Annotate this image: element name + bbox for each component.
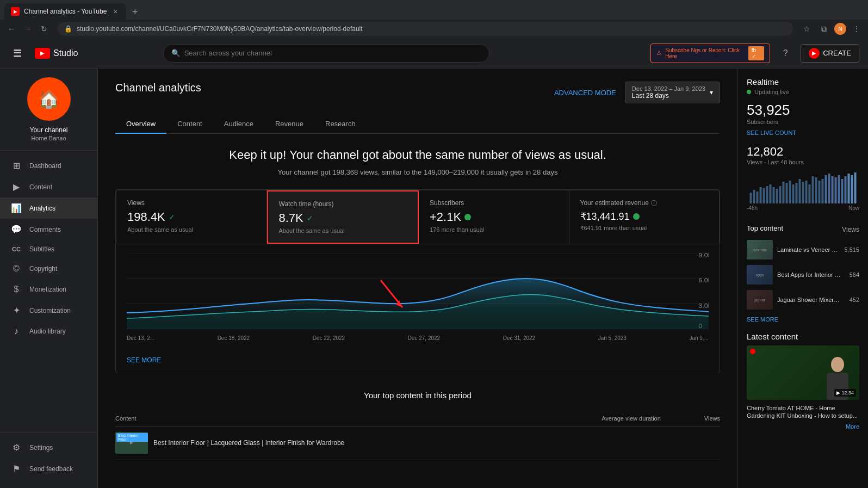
forward-button[interactable]: → (21, 22, 35, 36)
metric-views[interactable]: Views 198.4K ✓ About the same as usual (116, 190, 267, 244)
latest-video-thumb[interactable]: ▶ 12:34 (747, 345, 859, 400)
table-header: Content Average view duration Views (115, 411, 720, 427)
nav-content[interactable]: ▶ Content (0, 176, 97, 197)
right-panel: Realtime Updating live 53,925 Subscriber… (737, 69, 868, 488)
table-row[interactable]: ▶ Best Interior Floor Best Interior Floo… (115, 427, 720, 460)
hamburger-menu[interactable]: ☰ (9, 45, 26, 62)
bookmark-icon[interactable]: ☆ (799, 22, 814, 36)
info-icon: ⓘ (651, 199, 657, 207)
content-title-3: Jaguar Shower Mixers and ... (777, 296, 842, 304)
time-labels: -48h Now (747, 205, 859, 211)
content-item-3[interactable]: jaguar Jaguar Shower Mixers and ... 452 (747, 290, 859, 310)
more-icon[interactable]: ⋮ (850, 22, 864, 36)
table-content-title: Best Interior Floor | Lacquered Glass | … (153, 439, 720, 447)
metric-subs-indicator (464, 214, 471, 220)
tab-revenue[interactable]: Revenue (264, 114, 314, 133)
svg-rect-17 (763, 188, 765, 203)
nav-monetization[interactable]: $ Monetization (0, 279, 97, 300)
table-thumb: ▶ Best Interior Floor (115, 432, 148, 454)
studio-label: Studio (53, 48, 78, 58)
studio-logo[interactable]: Studio (35, 48, 78, 59)
nav-feedback[interactable]: ⚑ Send feedback (0, 458, 97, 479)
nav-copyright-label: Copyright (29, 265, 57, 273)
metric-revenue[interactable]: Your estimated revenue ⓘ ₹13,441.91 ₹641… (569, 190, 720, 244)
svg-rect-29 (802, 182, 804, 203)
see-more-top-content[interactable]: SEE MORE (747, 316, 778, 323)
svg-rect-26 (792, 184, 795, 203)
create-video-icon: ▶ (809, 48, 820, 59)
tab-bar: ▶ Channel analytics - YouTube ✕ + (0, 0, 868, 20)
search-bar[interactable]: 🔍 (163, 44, 489, 63)
address-bar[interactable]: 🔒 studio.youtube.com/channel/UCa0uvkCrF7… (58, 22, 793, 36)
nav-audio-label: Audio library (29, 328, 66, 335)
alert-banner[interactable]: ⚠ Subscribe Ngs or Report: Click Here fb… (650, 44, 770, 63)
create-button[interactable]: ▶ CREATE (801, 44, 859, 63)
metric-watch-time[interactable]: Watch time (hours) 8.7K ✓ About the same… (267, 190, 419, 244)
nav-settings-label: Settings (29, 444, 53, 452)
search-input[interactable] (184, 49, 481, 57)
date-range-selector[interactable]: Dec 13, 2022 – Jan 9, 2023 Last 28 days … (625, 82, 720, 103)
metric-watchtime-note: About the same as usual (279, 227, 407, 234)
nav-dashboard[interactable]: ⊞ Dashboard (0, 155, 97, 176)
metric-revenue-value: ₹13,441.91 (580, 211, 709, 223)
content-item-2[interactable]: apps Best Apps for Interior Desig... 564 (747, 265, 859, 285)
metric-watchtime-value: 8.7K ✓ (279, 211, 407, 225)
copyright-icon: © (11, 264, 22, 274)
nav-comments[interactable]: 💬 Comments (0, 219, 97, 240)
nav-bar: ← → ↻ 🔒 studio.youtube.com/channel/UCa0u… (0, 20, 868, 38)
back-button[interactable]: ← (4, 22, 18, 36)
profile-icon[interactable]: N (834, 23, 846, 35)
tab-content[interactable]: Content (166, 114, 213, 133)
nav-audio[interactable]: ♪ Audio library (0, 321, 97, 342)
channel-handle: Home Banao (31, 135, 66, 141)
metric-views-label: Views (127, 199, 256, 207)
tab-title: Channel analytics - YouTube (24, 8, 107, 15)
nav-settings[interactable]: ⚙ Settings (0, 437, 97, 458)
tab-overview[interactable]: Overview (115, 114, 166, 133)
nav-feedback-label: Send feedback (29, 465, 73, 473)
chart-area: 9.0K 6.0K 3.0K 0 (116, 244, 720, 331)
top-row: Channel analytics ADVANCED MODE Dec 13, … (115, 82, 720, 103)
advanced-mode-button[interactable]: ADVANCED MODE (554, 89, 616, 97)
svg-rect-22 (779, 186, 782, 203)
nav-monetization-label: Monetization (29, 286, 66, 293)
extensions-icon[interactable]: ⧉ (817, 22, 831, 36)
alert-text: Subscribe Ngs or Report: Click Here (665, 47, 745, 59)
nav-subtitles[interactable]: CC Subtitles (0, 240, 97, 258)
help-button[interactable]: ? (777, 45, 794, 62)
content-thumb-2: apps (747, 265, 773, 285)
new-tab-button[interactable]: + (127, 4, 142, 20)
metric-revenue-label: Your estimated revenue ⓘ (580, 199, 709, 207)
nav-copyright[interactable]: © Copyright (0, 258, 97, 279)
svg-rect-18 (766, 186, 768, 203)
col-views: Views (704, 415, 720, 422)
col-content: Content (115, 415, 137, 422)
browser-nav-icons: ☆ ⧉ N ⋮ (799, 22, 864, 36)
nav-customization[interactable]: ✦ Customization (0, 300, 97, 321)
nav-analytics-label: Analytics (29, 205, 55, 212)
chart-x-labels: Dec 13, 2... Dec 18, 2022 Dec 22, 2022 D… (116, 331, 720, 341)
svg-rect-30 (805, 181, 808, 203)
see-more-button[interactable]: SEE MORE (127, 356, 161, 364)
subscribers-value: 53,925 (747, 102, 859, 119)
more-button[interactable]: More (846, 423, 859, 430)
tab-research[interactable]: Research (314, 114, 367, 133)
content-title-2: Best Apps for Interior Desig... (777, 271, 842, 279)
content-item-1[interactable]: laminate Laminate vs Veneer vs Ac... 5,5… (747, 240, 859, 260)
see-live-count-button[interactable]: SEE LIVE COUNT (747, 129, 859, 136)
tab-audience[interactable]: Audience (213, 114, 264, 133)
close-tab-button[interactable]: ✕ (111, 7, 120, 16)
svg-rect-21 (776, 189, 778, 203)
chart-label-5: Dec 31, 2022 (503, 335, 536, 341)
active-tab[interactable]: ▶ Channel analytics - YouTube ✕ (4, 3, 126, 20)
svg-text:9.0K: 9.0K (698, 253, 709, 258)
metric-watchtime-check: ✓ (307, 214, 313, 223)
svg-rect-40 (838, 175, 840, 203)
nav-analytics[interactable]: 📊 Analytics (0, 197, 97, 219)
metric-subscribers[interactable]: Subscribers +2.1K 176 more than usual (419, 190, 569, 244)
svg-rect-24 (786, 183, 788, 203)
create-label: CREATE (823, 49, 851, 57)
live-dot (747, 90, 751, 94)
refresh-button[interactable]: ↻ (37, 22, 51, 36)
channel-name: Your channel (30, 126, 68, 134)
